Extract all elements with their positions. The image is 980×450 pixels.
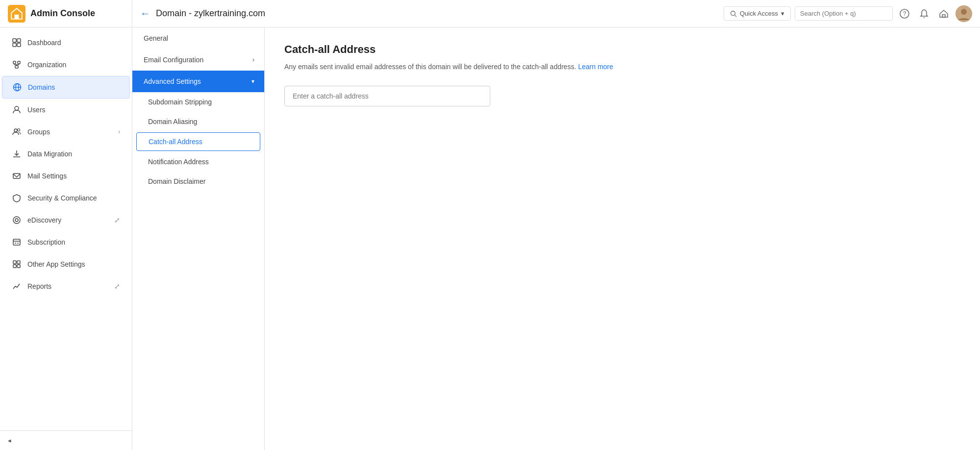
svg-point-31 (15, 219, 18, 222)
brand: Admin Console (0, 0, 132, 27)
sidebar-item-users[interactable]: Users (2, 99, 130, 121)
svg-rect-16 (15, 66, 18, 68)
content-area: Catch-all Address Any emails sent invali… (265, 27, 980, 450)
secondary-item-general[interactable]: General (132, 27, 264, 49)
brand-title: Admin Console (30, 8, 95, 19)
globe-icon (12, 82, 22, 92)
apps-icon (12, 259, 22, 269)
sidebar-item-groups[interactable]: Groups › (2, 121, 130, 143)
groups-arrow-icon: › (118, 128, 120, 135)
svg-rect-10 (13, 39, 16, 42)
svg-point-26 (14, 129, 17, 132)
download-icon (12, 149, 22, 159)
svg-point-25 (15, 106, 19, 110)
back-button[interactable]: ← (140, 8, 150, 19)
svg-text:?: ? (903, 10, 906, 17)
svg-rect-7 (942, 15, 945, 17)
subscription-icon (12, 237, 22, 247)
sidebar-item-organization[interactable]: Organization (2, 54, 130, 75)
sidebar-label-organization: Organization (27, 61, 120, 69)
sidebar-item-domains[interactable]: Domains (2, 76, 130, 99)
secondary-item-advanced-settings[interactable]: Advanced Settings ▾ (132, 71, 264, 92)
user-avatar[interactable] (955, 5, 972, 22)
sidebar-item-dashboard[interactable]: Dashboard (2, 32, 130, 53)
secondary-subitem-domain-aliasing[interactable]: Domain Aliasing (132, 112, 264, 131)
mail-icon (12, 171, 22, 181)
svg-point-2 (731, 11, 735, 15)
svg-rect-11 (17, 39, 21, 42)
help-icon: ? (900, 9, 909, 19)
help-button[interactable]: ? (897, 6, 912, 22)
ediscovery-icon (12, 215, 22, 225)
sidebar-label-subscription: Subscription (27, 238, 120, 246)
secondary-subitem-domain-disclaimer[interactable]: Domain Disclaimer (132, 172, 264, 191)
sidebar-collapse-button[interactable]: ◂ (0, 430, 132, 450)
sidebar-label-domains: Domains (28, 83, 120, 91)
ediscovery-ext-icon: ⤢ (114, 216, 120, 224)
secondary-subitem-subdomain-stripping[interactable]: Subdomain Stripping (132, 92, 264, 112)
search-box[interactable] (795, 6, 893, 21)
sidebar-label-security-compliance: Security & Compliance (27, 194, 120, 202)
quick-access-button[interactable]: Quick Access ▾ (724, 6, 791, 21)
svg-rect-36 (13, 261, 16, 264)
svg-line-3 (735, 15, 737, 17)
sidebar-label-reports: Reports (27, 282, 108, 290)
sidebar-label-dashboard: Dashboard (27, 39, 120, 47)
svg-rect-38 (13, 265, 16, 268)
svg-rect-12 (13, 43, 16, 47)
advanced-settings-chevron-icon: ▾ (251, 78, 254, 85)
sidebar-item-subscription[interactable]: Subscription (2, 231, 130, 253)
reports-icon (12, 281, 22, 291)
sidebar-label-other-app-settings: Other App Settings (27, 260, 120, 268)
sidebar-label-ediscovery: eDiscovery (27, 216, 108, 224)
home-button[interactable] (936, 6, 952, 22)
secondary-sidebar: General Email Configuration › Advanced S… (132, 27, 265, 450)
grid-icon (12, 38, 22, 48)
org-icon (12, 60, 22, 70)
svg-rect-1 (15, 14, 19, 19)
secondary-subitem-notification-address[interactable]: Notification Address (132, 152, 264, 172)
chevron-down-icon: ▾ (781, 10, 784, 17)
sidebar-label-mail-settings: Mail Settings (27, 172, 120, 180)
svg-rect-13 (17, 43, 21, 47)
search-icon (730, 10, 737, 17)
svg-point-30 (13, 217, 20, 224)
shield-icon (12, 193, 22, 203)
collapse-icon: ◂ (8, 437, 11, 444)
main-layout: Dashboard Organization Domains Users (0, 27, 980, 450)
sidebar-item-data-migration[interactable]: Data Migration (2, 143, 130, 165)
brand-icon (8, 5, 25, 23)
svg-rect-37 (17, 261, 20, 264)
primary-sidebar: Dashboard Organization Domains Users (0, 27, 132, 450)
sidebar-label-users: Users (27, 106, 120, 114)
topbar: Admin Console ← Domain - zylkertraining.… (0, 0, 980, 27)
search-input[interactable] (800, 10, 887, 17)
topbar-actions: Quick Access ▾ ? (724, 5, 972, 22)
email-config-arrow-icon: › (252, 56, 254, 63)
svg-rect-39 (17, 265, 20, 268)
svg-point-9 (961, 9, 967, 15)
secondary-subitem-catch-all-address[interactable]: Catch-all Address (136, 132, 260, 151)
sidebar-item-other-app-settings[interactable]: Other App Settings (2, 253, 130, 275)
sidebar-nav: Dashboard Organization Domains Users (0, 27, 132, 430)
svg-rect-0 (8, 5, 25, 23)
secondary-item-email-configuration[interactable]: Email Configuration › (132, 49, 264, 71)
svg-rect-29 (13, 174, 20, 178)
svg-rect-15 (18, 61, 20, 64)
page-title: Catch-all Address (284, 43, 960, 56)
home-icon (939, 9, 949, 19)
sidebar-item-security-compliance[interactable]: Security & Compliance (2, 187, 130, 209)
sidebar-item-mail-settings[interactable]: Mail Settings (2, 165, 130, 187)
reports-ext-icon: ⤢ (114, 282, 120, 290)
sidebar-item-reports[interactable]: Reports ⤢ (2, 275, 130, 297)
notifications-button[interactable] (916, 6, 932, 22)
sidebar-label-groups: Groups (27, 128, 112, 136)
sidebar-item-ediscovery[interactable]: eDiscovery ⤢ (2, 209, 130, 231)
sidebar-label-data-migration: Data Migration (27, 150, 120, 158)
topbar-main: ← Domain - zylkertraining.com Quick Acce… (132, 0, 980, 27)
people-icon (12, 127, 22, 137)
catch-all-address-input[interactable] (284, 86, 490, 106)
learn-more-link[interactable]: Learn more (578, 63, 613, 71)
domain-title: Domain - zylkertraining.com (156, 8, 718, 19)
user-icon (12, 105, 22, 115)
